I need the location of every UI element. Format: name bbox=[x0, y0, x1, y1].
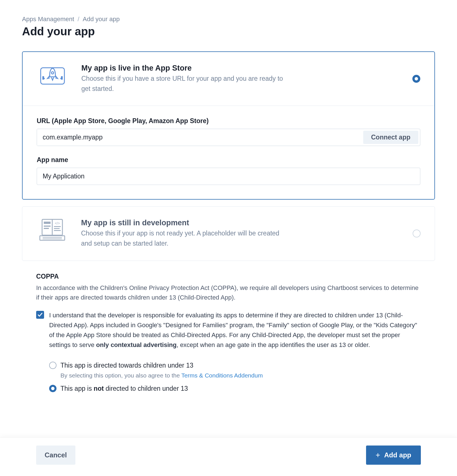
url-label: URL (Apple App Store, Google Play, Amazo… bbox=[37, 117, 420, 125]
svg-rect-0 bbox=[41, 68, 64, 84]
coppa-intro: In accordance with the Children's Online… bbox=[36, 283, 421, 302]
radio-not-directed[interactable] bbox=[49, 385, 56, 392]
plus-icon: + bbox=[376, 451, 380, 459]
option-desc-live: Choose this if you have a store URL for … bbox=[81, 74, 285, 94]
svg-rect-4 bbox=[42, 76, 44, 80]
breadcrumb-separator: / bbox=[78, 16, 79, 23]
svg-rect-13 bbox=[54, 228, 60, 229]
radio-live[interactable] bbox=[412, 75, 420, 83]
radio-directed[interactable] bbox=[49, 362, 56, 369]
add-app-label: Add app bbox=[384, 451, 411, 459]
page-title: Add your app bbox=[22, 25, 435, 38]
rocket-app-icon bbox=[37, 64, 68, 86]
coppa-title: COPPA bbox=[36, 273, 421, 280]
option-header-dev[interactable]: </> My app is still in development Choos… bbox=[22, 207, 435, 260]
option-card-live: My app is live in the App Store Choose t… bbox=[22, 51, 435, 200]
svg-text:</>: </> bbox=[55, 221, 60, 225]
add-app-button[interactable]: + Add app bbox=[366, 446, 421, 465]
coppa-acknowledgement: I understand that the developer is respo… bbox=[36, 310, 421, 350]
coppa-ack-text: I understand that the developer is respo… bbox=[49, 310, 421, 350]
radio-not-directed-label: This app is not directed to children und… bbox=[60, 384, 188, 393]
radio-directed-sub: By selecting this option, you also agree… bbox=[49, 372, 421, 379]
svg-point-1 bbox=[51, 72, 54, 74]
coppa-checkbox[interactable] bbox=[36, 311, 44, 319]
breadcrumb-parent[interactable]: Apps Management bbox=[22, 16, 74, 23]
coppa-radio-group: This app is directed towards children un… bbox=[36, 361, 421, 393]
breadcrumb-current: Add your app bbox=[83, 16, 120, 23]
radio-directed-label: This app is directed towards children un… bbox=[60, 361, 193, 370]
option-title-live: My app is live in the App Store bbox=[81, 64, 399, 73]
option-header-live[interactable]: My app is live in the App Store Choose t… bbox=[23, 52, 434, 106]
svg-rect-12 bbox=[54, 226, 61, 227]
terms-addendum-link[interactable]: Terms & Conditions Addendum bbox=[181, 372, 263, 379]
radio-not-directed-row[interactable]: This app is not directed to children und… bbox=[49, 384, 421, 393]
svg-rect-8 bbox=[44, 222, 51, 224]
radio-dev[interactable] bbox=[413, 230, 421, 237]
coppa-section: COPPA In accordance with the Children's … bbox=[22, 273, 435, 393]
svg-rect-10 bbox=[44, 228, 49, 229]
breadcrumb: Apps Management / Add your app bbox=[22, 16, 435, 23]
svg-rect-5 bbox=[61, 76, 63, 80]
radio-directed-row[interactable]: This app is directed towards children un… bbox=[49, 361, 421, 370]
connect-app-button[interactable]: Connect app bbox=[363, 131, 418, 144]
laptop-dev-icon: </> bbox=[36, 219, 68, 241]
footer-bar: Cancel + Add app bbox=[0, 437, 457, 476]
cancel-button[interactable]: Cancel bbox=[36, 446, 75, 465]
option-desc-dev: Choose this if your app is not ready yet… bbox=[81, 228, 284, 248]
option-body-live: URL (Apple App Store, Google Play, Amazo… bbox=[23, 106, 434, 199]
svg-rect-14 bbox=[54, 230, 61, 231]
app-name-label: App name bbox=[37, 156, 420, 164]
svg-rect-9 bbox=[44, 226, 51, 227]
app-name-input[interactable] bbox=[37, 168, 420, 185]
option-title-dev: My app is still in development bbox=[81, 219, 400, 227]
option-card-dev: </> My app is still in development Choos… bbox=[22, 206, 435, 261]
svg-rect-15 bbox=[40, 236, 65, 240]
url-input[interactable] bbox=[37, 129, 362, 146]
